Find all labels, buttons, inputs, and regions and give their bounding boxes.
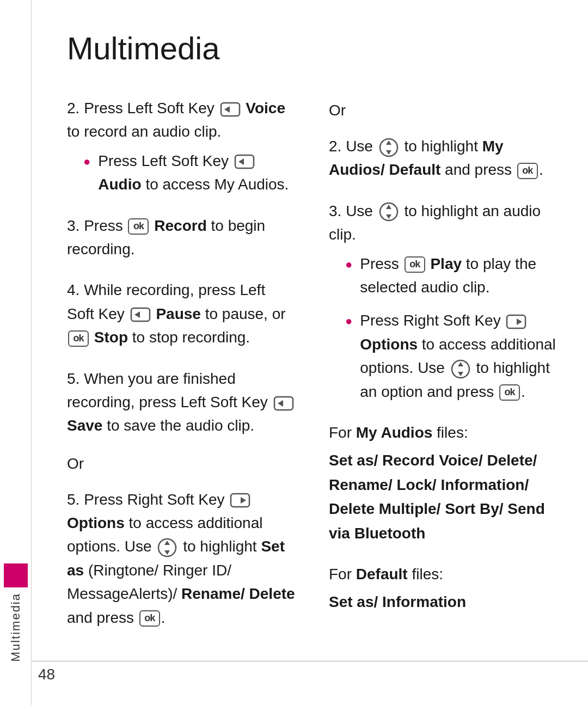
nav-icon-4 — [450, 359, 471, 379]
svg-rect-0 — [221, 103, 240, 116]
bullet-play-text: Press ok Play to play the selected audio… — [360, 252, 558, 299]
step-3-right: 3. Use to highlight an audio clip. ● — [329, 199, 558, 403]
right-column: Or 2. Use to highlight My Audios/ Defaul… — [329, 96, 558, 675]
svg-marker-16 — [458, 362, 463, 366]
my-audios-list-bold: Set as/ Record Voice/ Delete/ Rename/ Lo… — [329, 452, 545, 542]
step-2-right: 2. Use to highlight My Audios/ Default a… — [329, 134, 558, 182]
pause-bold: Pause — [156, 305, 201, 322]
bullet-options: ● Press Right Soft Key Options to access… — [345, 309, 558, 403]
svg-marker-9 — [386, 140, 391, 145]
bullet-play: ● Press ok Play to play the selected aud… — [345, 252, 558, 299]
page-number: 48 — [38, 666, 55, 683]
or-text-left: Or — [67, 455, 296, 473]
ok-icon-press: ok — [139, 610, 160, 627]
step-5b-left: 5. Press Right Soft Key Options to acces… — [67, 488, 296, 629]
bullet-audio-text: Press Left Soft Key Audio to access My A… — [98, 149, 296, 197]
nav-icon-2 — [378, 137, 399, 158]
step-3-text: 3. Press ok Record to begin recording. — [67, 214, 296, 261]
my-audios-bold: My Audios — [356, 424, 433, 441]
svg-rect-14 — [507, 315, 525, 328]
sidebar-label-container: Multimedia — [4, 563, 28, 661]
files-default-intro: For Default files: — [329, 562, 558, 587]
step-2-left: 2. Press Left Soft Key Voice to record a… — [67, 96, 296, 197]
step-2-bullets: ● Press Left Soft Key Audio to access My… — [83, 149, 296, 197]
ok-icon-record: ok — [128, 218, 149, 235]
step-2-right-text: 2. Use to highlight My Audios/ Default a… — [329, 134, 558, 182]
rename-bold: Rename/ — [181, 585, 245, 602]
nav-icon-1 — [157, 537, 177, 558]
nav-icon-3 — [378, 201, 399, 222]
stop-bold: Stop — [94, 329, 128, 346]
main-content: Multimedia 2. Press Left Soft Key Voice … — [32, 0, 588, 705]
voice-bold: Voice — [246, 100, 285, 117]
ok-icon-3: ok — [499, 384, 520, 401]
svg-rect-4 — [231, 494, 249, 507]
or-text-right: Or — [329, 102, 558, 119]
svg-rect-1 — [235, 155, 254, 168]
delete-bold: Delete — [249, 585, 295, 602]
step-4-text: 4. While recording, press Left Soft Key … — [67, 278, 296, 349]
svg-marker-12 — [386, 205, 391, 209]
svg-marker-10 — [386, 150, 391, 155]
bullet-dot: ● — [83, 152, 90, 171]
svg-rect-3 — [274, 397, 293, 410]
play-bold: Play — [430, 255, 462, 272]
files-default-list: Set as/ Information — [329, 590, 558, 615]
sidebar-accent-bar — [4, 563, 28, 587]
step-3-right-text: 3. Use to highlight an audio clip. — [329, 199, 558, 247]
record-bold: Record — [154, 217, 206, 234]
step-5-left: 5. When you are finished recording, pres… — [67, 367, 296, 438]
ok-icon-2: ok — [517, 163, 538, 179]
svg-marker-6 — [164, 541, 170, 545]
sidebar-label: Multimedia — [9, 593, 23, 661]
right-soft-key-icon-right — [506, 314, 526, 329]
default-bold: Default — [356, 566, 408, 583]
my-audios-default-bold: My Audios/ Default — [329, 138, 504, 178]
ok-icon-play: ok — [405, 256, 425, 273]
files-default: For Default files: Set as/ Information — [329, 562, 558, 615]
step-5b-text: 5. Press Right Soft Key Options to acces… — [67, 488, 296, 629]
ok-icon-stop: ok — [68, 330, 89, 347]
svg-marker-7 — [164, 550, 170, 555]
left-soft-key-icon-4 — [273, 396, 294, 411]
page-container: Multimedia Multimedia 2. Press Left Soft… — [0, 0, 588, 705]
left-soft-key-icon-2 — [234, 154, 255, 169]
sidebar: Multimedia — [0, 0, 32, 705]
step-3-left: 3. Press ok Record to begin recording. — [67, 214, 296, 261]
bullet-dot-3: ● — [345, 312, 352, 330]
left-soft-key-icon — [220, 102, 241, 117]
options-bold-1: Options — [67, 514, 125, 531]
bullet-options-text: Press Right Soft Key Options to access a… — [360, 309, 558, 403]
step-4-left: 4. While recording, press Left Soft Key … — [67, 278, 296, 349]
svg-marker-17 — [458, 372, 463, 376]
files-my-audios-list: Set as/ Record Voice/ Delete/ Rename/ Lo… — [329, 449, 558, 546]
audio-bold: Audio — [98, 176, 141, 193]
left-column: 2. Press Left Soft Key Voice to record a… — [67, 96, 296, 675]
page-title: Multimedia — [67, 30, 558, 66]
options-bold-2: Options — [360, 336, 418, 353]
svg-marker-13 — [386, 214, 391, 219]
footer-line — [32, 661, 588, 661]
step-5-text: 5. When you are finished recording, pres… — [67, 367, 296, 438]
files-my-audios-intro: For My Audios files: — [329, 421, 558, 445]
content-columns: 2. Press Left Soft Key Voice to record a… — [67, 96, 558, 675]
step-3-right-bullets: ● Press ok Play to play the selected aud… — [345, 252, 558, 403]
left-soft-key-icon-3 — [130, 307, 151, 322]
bullet-dot-2: ● — [345, 255, 352, 274]
svg-rect-2 — [131, 308, 150, 321]
step-2-text: 2. Press Left Soft Key Voice to record a… — [67, 96, 296, 144]
default-list-bold: Set as/ Information — [329, 593, 466, 610]
right-soft-key-icon-left — [230, 493, 250, 508]
save-bold: Save — [67, 417, 102, 434]
files-my-audios: For My Audios files: Set as/ Record Voic… — [329, 421, 558, 546]
bullet-audio: ● Press Left Soft Key Audio to access My… — [83, 149, 296, 197]
